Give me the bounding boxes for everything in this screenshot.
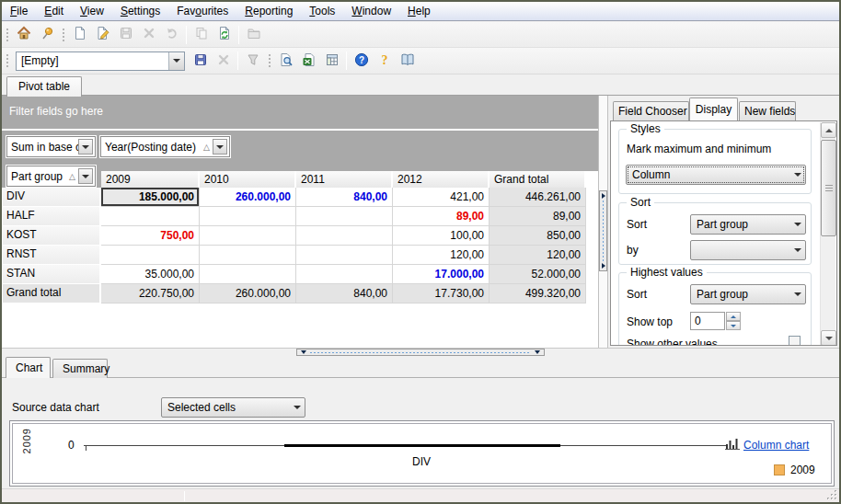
save-button[interactable] xyxy=(189,50,212,72)
show-top-input[interactable]: 0 xyxy=(690,312,725,330)
menu-edit[interactable]: Edit xyxy=(36,2,72,20)
menu-tools[interactable]: Tools xyxy=(301,2,343,20)
column-field-button[interactable]: Year(Posting date) △ xyxy=(100,136,230,157)
tab-display[interactable]: Display xyxy=(689,97,738,120)
pivot-cell[interactable]: 89,00 xyxy=(490,207,586,226)
horizontal-splitter-handle[interactable] xyxy=(296,349,545,356)
highest-sort-combo[interactable]: Part group xyxy=(690,284,806,304)
scrollbar-thumb[interactable] xyxy=(821,140,836,236)
sort-group-label: Sort xyxy=(627,196,654,209)
pin-button[interactable] xyxy=(35,24,58,46)
pivot-cell[interactable] xyxy=(296,207,393,226)
pivot-cell[interactable]: 260.000,00 xyxy=(200,188,296,207)
pivot-cell[interactable]: 850,00 xyxy=(490,226,586,246)
export-excel-button[interactable] xyxy=(297,50,320,72)
chevron-down-icon[interactable] xyxy=(78,139,93,155)
menu-reporting[interactable]: Reporting xyxy=(236,2,301,20)
pivot-cell[interactable] xyxy=(200,226,296,246)
pivot-cell[interactable] xyxy=(101,246,200,265)
menu-file[interactable]: File xyxy=(2,2,36,20)
pivot-cell[interactable] xyxy=(296,226,393,246)
print-preview-button[interactable] xyxy=(274,50,297,72)
pivot-cell[interactable]: 100,00 xyxy=(393,226,490,246)
panel-scrollbar[interactable] xyxy=(820,122,835,346)
refresh-button[interactable] xyxy=(213,24,236,46)
pivot-cell[interactable] xyxy=(200,207,296,226)
tab-display-label: Display xyxy=(696,103,732,116)
context-help-button[interactable]: ? xyxy=(373,50,396,72)
row-field-button[interactable]: Part group △ xyxy=(6,166,96,187)
pivot-cell[interactable] xyxy=(296,265,393,284)
filter-drop-area[interactable]: Filter fields go here xyxy=(2,96,598,171)
edit-document-button[interactable] xyxy=(91,24,114,46)
chevron-down-icon[interactable] xyxy=(78,168,93,184)
horizontal-splitter[interactable] xyxy=(2,348,839,356)
row-label[interactable]: RNST xyxy=(3,246,101,265)
pivot-cell[interactable]: 89,00 xyxy=(393,207,490,226)
tab-new-fields[interactable]: New fields xyxy=(739,101,796,120)
column-chart-link[interactable]: Column chart xyxy=(743,439,809,452)
pivot-cell[interactable]: 750,00 xyxy=(101,226,200,246)
menu-favourites[interactable]: Favourites xyxy=(168,2,236,20)
column-header-2011[interactable]: 2011 xyxy=(296,171,393,188)
pivot-cell[interactable]: 499.320,00 xyxy=(490,284,586,304)
chart-zero-label: 0 xyxy=(68,439,75,452)
menu-help[interactable]: Help xyxy=(399,2,439,20)
row-label[interactable]: STAN xyxy=(3,265,101,284)
menu-view[interactable]: View xyxy=(72,2,112,20)
spin-up-button[interactable] xyxy=(726,312,741,321)
pivot-cell[interactable]: 220.750,00 xyxy=(101,284,200,304)
row-label[interactable]: Grand total xyxy=(3,284,101,304)
sort-by-combo[interactable] xyxy=(690,240,806,260)
pivot-cell[interactable]: 120,00 xyxy=(490,246,586,265)
scroll-down-button[interactable] xyxy=(821,330,836,346)
row-label[interactable]: HALF xyxy=(3,207,101,226)
pivot-cell[interactable] xyxy=(200,265,296,284)
sort-field-combo[interactable]: Part group xyxy=(690,214,806,235)
column-header-grand-total[interactable]: Grand total xyxy=(490,171,586,188)
pivot-cell[interactable] xyxy=(200,246,296,265)
manual-button[interactable] xyxy=(396,50,419,72)
scroll-up-button[interactable] xyxy=(821,122,836,138)
show-other-checkbox[interactable] xyxy=(789,336,801,346)
resize-grip-icon[interactable] xyxy=(826,489,838,501)
pivot-cell[interactable]: 421,00 xyxy=(393,188,490,207)
pivot-cell[interactable]: 35.000,00 xyxy=(101,265,200,284)
pivot-cell[interactable]: 120,00 xyxy=(393,246,490,265)
tab-chart[interactable]: Chart xyxy=(6,357,51,378)
pivot-cell[interactable]: 840,00 xyxy=(296,284,393,304)
chevron-down-icon[interactable] xyxy=(213,139,227,155)
column-header-2009[interactable]: 2009 xyxy=(101,171,200,188)
tab-summary[interactable]: Summary xyxy=(52,359,108,378)
pivot-cell[interactable]: 185.000,00 xyxy=(101,188,200,207)
row-label[interactable]: DIV xyxy=(3,188,101,207)
pivot-cell[interactable]: 260.000,00 xyxy=(200,284,296,304)
column-header-2010[interactable]: 2010 xyxy=(200,171,296,188)
chevron-down-icon[interactable] xyxy=(168,52,184,70)
vertical-splitter-handle[interactable] xyxy=(599,190,607,271)
pivot-cell[interactable] xyxy=(296,246,393,265)
data-field-button[interactable]: Sum in base cu xyxy=(6,136,96,157)
pivot-cell[interactable]: 17.730,00 xyxy=(393,284,490,304)
vertical-splitter[interactable] xyxy=(598,96,608,348)
pivot-cell[interactable]: 446.261,00 xyxy=(490,188,586,207)
pivot-cell[interactable]: 52.000,00 xyxy=(490,265,586,284)
menu-window[interactable]: Window xyxy=(343,2,399,20)
mark-style-combo[interactable]: Column xyxy=(626,165,806,185)
column-header-2012[interactable]: 2012 xyxy=(393,171,490,188)
layout-combo[interactable]: [Empty] xyxy=(16,52,185,71)
pivot-cell[interactable] xyxy=(101,207,200,226)
tab-pivot-table[interactable]: Pivot table xyxy=(6,76,82,97)
source-data-chart-combo[interactable]: Selected cells xyxy=(161,397,305,418)
row-label[interactable]: KOST xyxy=(3,226,101,246)
menu-settings[interactable]: Settings xyxy=(112,2,168,20)
tab-field-chooser[interactable]: Field Chooser xyxy=(613,101,689,120)
spin-down-button[interactable] xyxy=(726,321,741,330)
pivot-cell[interactable]: 840,00 xyxy=(296,188,393,207)
help-button[interactable]: ? xyxy=(350,50,373,72)
home-button[interactable] xyxy=(12,24,35,46)
pivot-cell[interactable]: 17.000,00 xyxy=(393,265,490,284)
chevron-down-icon xyxy=(790,173,805,177)
new-document-button[interactable] xyxy=(68,24,91,46)
pivot-grid-button[interactable] xyxy=(320,50,343,72)
